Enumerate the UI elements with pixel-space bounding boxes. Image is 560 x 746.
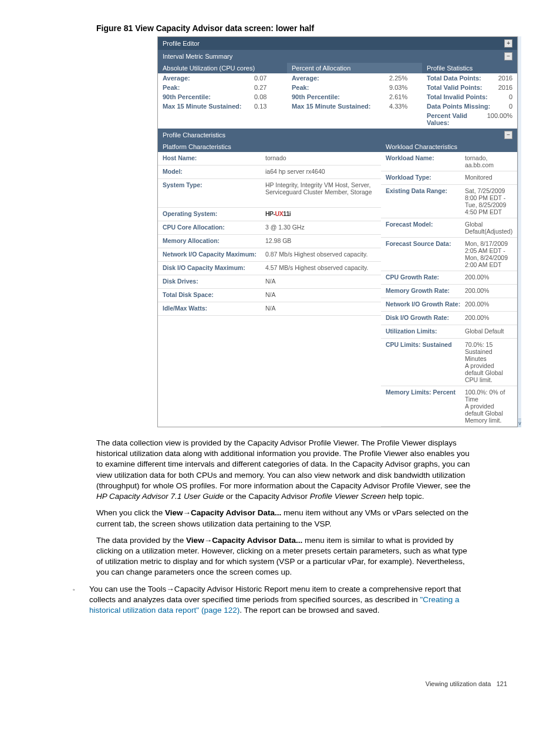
plat-v: N/A (265, 278, 376, 286)
abs-v: 0.08 (254, 93, 282, 100)
plat-k: System Type: (163, 181, 265, 205)
wl-v: Global Default (465, 328, 512, 336)
wl-v: 200.00% (465, 274, 512, 282)
bullet-body: You can use the Tools→Capacity Advisor H… (89, 584, 472, 616)
absolute-subheader: Absolute Utilization (CPU cores) (158, 63, 287, 73)
collapse-icon[interactable]: − (504, 131, 512, 139)
wl-k: Workload Type: (386, 174, 465, 182)
plat-k: Idle/Max Watts: (163, 305, 265, 313)
plat-v: N/A (265, 305, 376, 313)
stat-k: Total Invalid Points: (427, 93, 503, 100)
profile-editor-title: Profile Editor (163, 40, 200, 47)
wl-k: Memory Growth Rate: (386, 287, 465, 295)
profile-characteristics-title: Profile Characteristics (163, 131, 225, 139)
stat-v: 0 (503, 103, 512, 110)
wl-k: Existing Data Range: (386, 187, 465, 215)
footer-page: 121 (497, 680, 507, 687)
plat-k: Disk I/O Capacity Maximum: (163, 264, 265, 272)
wl-v: 70.0%: 15 Sustained Minutes A provided d… (465, 341, 512, 383)
wl-k: Memory Limits: Percent (386, 389, 465, 424)
pct-v: 9.03% (389, 84, 417, 91)
platform-column: Host Name:tornado Model:ia64 hp server r… (158, 152, 381, 427)
collapse-icon[interactable]: − (504, 52, 512, 60)
paragraph-1: The data collection view is provided by … (96, 438, 472, 502)
figure-caption: Figure 81 View Capacity Advisor data scr… (96, 23, 525, 33)
plat-k: Operating System: (163, 210, 265, 218)
abs-k: Peak: (163, 84, 254, 91)
plat-v: 0.87 Mb/s Highest observed capacity. (265, 251, 376, 259)
workload-subheader: Workload Characteristics (381, 141, 517, 152)
pct-v: 2.61% (389, 93, 417, 100)
interval-subheaders: Absolute Utilization (CPU cores) Percent… (158, 63, 517, 73)
abs-v: 0.07 (254, 75, 282, 82)
plat-v: 3 @ 1.30 GHz (265, 224, 376, 232)
expand-icon[interactable]: + (504, 39, 512, 48)
plat-k: Host Name: (163, 154, 265, 163)
char-subheaders: Platform Characteristics Workload Charac… (158, 141, 517, 152)
plat-k: Total Disk Space: (163, 291, 265, 299)
os-value: HP-UX11i (265, 210, 376, 218)
characteristics-columns: Host Name:tornado Model:ia64 hp server r… (158, 152, 517, 427)
abs-v: 0.27 (254, 84, 282, 91)
bullet-icon: ◦ (73, 584, 89, 616)
interval-columns: Average:0.07 Peak:0.27 90th Percentile:0… (158, 73, 517, 127)
profile-characteristics-header: Profile Characteristics − (158, 129, 517, 141)
interval-metric-header: Interval Metric Summary − (158, 50, 517, 63)
wl-k: Network I/O Growth Rate: (386, 301, 465, 309)
wl-v: Global Default(Adjusted) (465, 221, 512, 235)
scroll-down-icon[interactable]: v (518, 418, 521, 427)
plat-v: N/A (265, 291, 376, 299)
profile-editor-header: Profile Editor + (158, 37, 517, 50)
plat-v: tornado (265, 154, 376, 163)
pct-k: Average: (292, 75, 389, 82)
interval-metric-title: Interval Metric Summary (163, 53, 232, 60)
stat-k: Total Data Points: (427, 75, 492, 82)
pct-v: 2.25% (389, 75, 417, 82)
wl-v: tornado, aa.bb.com (465, 154, 512, 168)
pct-k: 90th Percentile: (292, 93, 389, 100)
screenshot-panel: Profile Editor + Interval Metric Summary… (157, 36, 518, 427)
stat-k: Percent Valid Values: (427, 112, 481, 126)
plat-v: 4.57 MB/s Highest observed capacity. (265, 264, 376, 272)
stat-v: 2016 (492, 84, 512, 91)
wl-k: Forecast Model: (386, 221, 465, 235)
paragraph-2: When you click the View→Capacity Advisor… (96, 508, 472, 529)
abs-k: 90th Percentile: (163, 93, 254, 100)
pct-v: 4.33% (389, 103, 417, 110)
plat-k: Network I/O Capacity Maximum: (163, 251, 265, 259)
wl-v: Mon, 8/17/2009 2:05 AM EDT - Mon, 8/24/2… (465, 240, 512, 268)
body-paragraphs: The data collection view is provided by … (96, 438, 472, 578)
pct-k: Peak: (292, 84, 389, 91)
wl-k: CPU Growth Rate: (386, 274, 465, 282)
absolute-column: Average:0.07 Peak:0.27 90th Percentile:0… (158, 73, 287, 111)
platform-subheader: Platform Characteristics (158, 141, 381, 152)
paragraph-3: The data provided by the View→Capacity A… (96, 535, 472, 578)
percent-subheader: Percent of Allocation (287, 63, 422, 73)
stats-column: Total Data Points:2016 Total Valid Point… (422, 73, 517, 127)
page-footer: Viewing utilization data 121 (35, 680, 525, 687)
abs-v: 0.13 (254, 103, 282, 110)
plat-k: Memory Allocation: (163, 237, 265, 245)
bullet-item: ◦ You can use the Tools→Capacity Advisor… (73, 584, 472, 616)
stat-v: 100.00% (481, 112, 512, 126)
wl-v: Monitored (465, 174, 512, 182)
wl-v: 200.00% (465, 314, 512, 322)
plat-v: 12.98 GB (265, 237, 376, 245)
wl-k: Utilization Limits: (386, 328, 465, 336)
stat-v: 2016 (492, 75, 512, 82)
scrollbar[interactable]: v (518, 36, 521, 427)
plat-k: CPU Core Allocation: (163, 224, 265, 232)
wl-v: 200.00% (465, 301, 512, 309)
stat-v: 0 (503, 93, 512, 100)
plat-v: HP Integrity, Integrity VM Host, Server,… (265, 181, 376, 205)
workload-column: Workload Name:tornado, aa.bb.com Workloa… (381, 152, 517, 427)
stat-k: Data Points Missing: (427, 103, 503, 110)
pct-k: Max 15 Minute Sustained: (292, 103, 389, 110)
abs-k: Average: (163, 75, 254, 82)
plat-v: ia64 hp server rx4640 (265, 168, 376, 176)
wl-k: Disk I/O Growth Rate: (386, 314, 465, 322)
wl-k: Workload Name: (386, 154, 465, 168)
wl-v: 200.00% (465, 287, 512, 295)
wl-v: 100.0%: 0% of Time A provided default Gl… (465, 389, 512, 424)
abs-k: Max 15 Minute Sustained: (163, 103, 254, 110)
